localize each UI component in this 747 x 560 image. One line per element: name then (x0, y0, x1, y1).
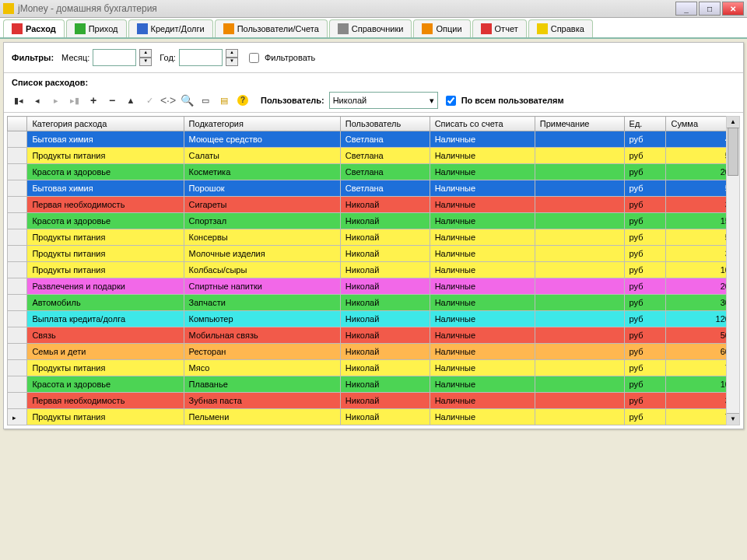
user-dropdown[interactable]: Николай ▾ (329, 92, 438, 109)
row-marker (8, 360, 27, 376)
cell-unit: руб (624, 148, 666, 164)
cell-subcategory: Колбасы/сыры (184, 262, 340, 278)
table-row[interactable]: Первая необходимостьСигаретыНиколайНалич… (8, 197, 740, 213)
cell-unit: руб (624, 295, 666, 311)
column-header[interactable]: Списать со счета (430, 117, 535, 131)
row-marker (8, 409, 27, 425)
maximize-button[interactable]: □ (699, 2, 721, 16)
vertical-scrollbar[interactable]: ▲ ▼ (726, 116, 740, 425)
tab-3[interactable]: Пользователи/Счета (215, 19, 328, 37)
table-row[interactable]: АвтомобильЗапчастиНиколайНаличныеруб300 (8, 295, 740, 311)
cell-account: Наличные (430, 164, 535, 180)
close-button[interactable]: ✕ (722, 2, 744, 16)
year-down[interactable]: ▼ (226, 58, 238, 66)
titlebar: jMoney - домашняя бухгалтерия _ □ ✕ (0, 0, 747, 18)
cell-account: Наличные (430, 360, 535, 376)
minimize-button[interactable]: _ (675, 2, 697, 16)
cell-account: Наличные (430, 409, 535, 425)
table-row[interactable]: Продукты питанияСалатыСветланаНаличныеру… (8, 148, 740, 164)
cell-user: Николай (340, 246, 430, 262)
table-row[interactable]: Бытовая химияПорошокСветланаНаличныеруб5… (8, 180, 740, 197)
tab-icon (12, 23, 23, 34)
tab-6[interactable]: Отчет (472, 19, 527, 37)
cell-user: Николай (340, 376, 430, 393)
column-header[interactable]: Категория расхода (27, 117, 184, 131)
tab-0[interactable]: Расход (3, 19, 65, 37)
confirm-icon[interactable]: ✓ (142, 93, 156, 107)
tab-label: Кредит/Долги (151, 24, 205, 33)
table-row[interactable]: Выплата кредита/долгаКомпьютерНиколайНал… (8, 311, 740, 327)
table-row[interactable]: Семья и детиРесторанНиколайНаличныеруб60… (8, 344, 740, 360)
column-header[interactable]: Примечание (535, 117, 624, 131)
table-row[interactable]: Красота и здоровьеКосметикаСветланаНалич… (8, 164, 740, 180)
table-row[interactable]: Бытовая химияМоющее средствоСветланаНали… (8, 131, 740, 148)
cell-unit: руб (624, 229, 666, 246)
cell-category: Развлечения и подарки (27, 278, 184, 295)
year-input[interactable] (179, 49, 223, 66)
cell-category: Первая необходимость (27, 393, 184, 409)
first-record-icon[interactable]: ▮◂ (12, 93, 26, 107)
scroll-up-icon[interactable]: ▲ (727, 117, 739, 128)
month-down[interactable]: ▼ (139, 58, 152, 66)
table-row[interactable]: Продукты питанияКолбасы/сырыНиколайНалич… (8, 262, 740, 278)
table-row[interactable]: Красота и здоровьеПлаваньеНиколайНаличны… (8, 376, 740, 393)
card-icon[interactable]: ▭ (198, 93, 212, 107)
add-record-icon[interactable]: + (86, 93, 100, 107)
tab-5[interactable]: Опции (413, 19, 470, 37)
month-input[interactable] (93, 49, 136, 66)
content-panel: Фильтры: Месяц: ▲▼ Год: ▲▼ Фильтровать С… (3, 42, 744, 429)
column-header[interactable]: Ед. (624, 117, 666, 131)
cell-category: Бытовая химия (27, 180, 184, 197)
last-record-icon[interactable]: ▸▮ (68, 93, 82, 107)
cell-subcategory: Компьютер (184, 311, 340, 327)
expenses-table[interactable]: Категория расходаПодкатегорияПользовател… (7, 116, 740, 425)
table-row[interactable]: Развлечения и подаркиСпиртные напиткиНик… (8, 278, 740, 295)
cell-account: Наличные (430, 246, 535, 262)
tab-7[interactable]: Справка (528, 19, 593, 37)
next-record-icon[interactable]: ▸ (49, 93, 63, 107)
cell-subcategory: Запчасти (184, 295, 340, 311)
tab-label: Справочники (352, 24, 404, 33)
cell-account: Наличные (430, 262, 535, 278)
row-marker-header (8, 117, 27, 131)
table-row[interactable]: Продукты питанияМолочные изделияНиколайН… (8, 246, 740, 262)
tab-2[interactable]: Кредит/Долги (128, 19, 213, 37)
cell-category: Связь (27, 327, 184, 344)
tab-icon (537, 23, 548, 34)
cell-category: Бытовая химия (27, 131, 184, 148)
cell-category: Красота и здоровье (27, 376, 184, 393)
filters-label: Фильтры: (12, 53, 54, 62)
cell-subcategory: Мясо (184, 360, 340, 376)
remove-record-icon[interactable]: − (105, 93, 119, 107)
table-row[interactable]: Продукты питанияПельмениНиколайНаличныер… (8, 409, 740, 425)
filter-checkbox[interactable] (249, 53, 259, 63)
document-icon[interactable]: ▤ (217, 93, 231, 107)
edit-record-icon[interactable]: ▲ (124, 93, 138, 107)
table-row[interactable]: Красота и здоровьеСпортзалНиколайНаличны… (8, 213, 740, 229)
column-header[interactable]: Пользователь (340, 117, 430, 131)
expand-icon[interactable]: <·> (161, 93, 175, 107)
cell-subcategory: Пельмени (184, 409, 340, 425)
tab-1[interactable]: Приход (66, 19, 127, 37)
search-icon[interactable]: 🔍 (180, 93, 194, 107)
scroll-thumb[interactable] (728, 128, 738, 176)
prev-record-icon[interactable]: ◂ (30, 93, 44, 107)
tab-4[interactable]: Справочники (329, 19, 412, 37)
year-up[interactable]: ▲ (226, 49, 238, 58)
row-marker (8, 311, 27, 327)
toolbar: ▮◂ ◂ ▸ ▸▮ + − ▲ ✓ <·> 🔍 ▭ ▤ ? Пользовате… (4, 89, 743, 113)
table-row[interactable]: СвязьМобильная связьНиколайНаличныеруб50… (8, 327, 740, 344)
cell-account: Наличные (430, 393, 535, 409)
cell-unit: руб (624, 360, 666, 376)
table-row[interactable]: Продукты питанияКонсервыНиколайНаличныер… (8, 229, 740, 246)
scroll-down-icon[interactable]: ▼ (727, 413, 739, 425)
cell-subcategory: Косметика (184, 164, 340, 180)
cell-user: Николай (340, 344, 430, 360)
cell-category: Выплата кредита/долга (27, 311, 184, 327)
table-row[interactable]: Продукты питанияМясоНиколайНаличныеруб70 (8, 360, 740, 376)
help-icon[interactable]: ? (236, 93, 250, 107)
month-up[interactable]: ▲ (139, 49, 152, 58)
column-header[interactable]: Подкатегория (184, 117, 340, 131)
table-row[interactable]: Первая необходимостьЗубная пастаНиколайН… (8, 393, 740, 409)
all-users-checkbox[interactable] (446, 96, 456, 106)
